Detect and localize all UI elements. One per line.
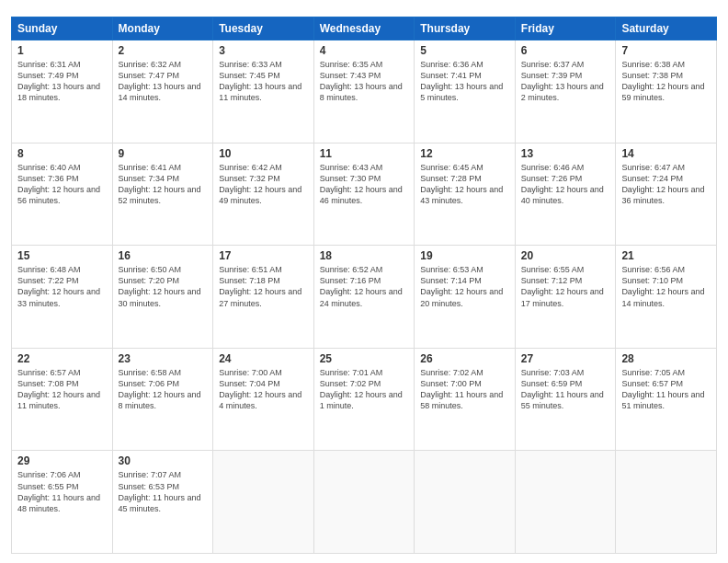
day-number: 10 <box>219 147 308 160</box>
day-number: 23 <box>119 352 208 365</box>
calendar-cell: 7Sunrise: 6:38 AMSunset: 7:38 PMDaylight… <box>616 40 717 144</box>
day-number: 25 <box>320 352 409 365</box>
calendar-cell: 4Sunrise: 6:35 AMSunset: 7:43 PMDaylight… <box>313 40 415 144</box>
calendar-cell: 14Sunrise: 6:47 AMSunset: 7:24 PMDayligh… <box>616 143 717 246</box>
day-number: 1 <box>17 44 107 57</box>
calendar-cell: 24Sunrise: 7:00 AMSunset: 7:04 PMDayligh… <box>213 348 314 451</box>
day-content: Sunrise: 6:38 AMSunset: 7:38 PMDaylight:… <box>621 59 711 104</box>
day-number: 11 <box>320 147 409 160</box>
day-content: Sunrise: 7:01 AMSunset: 7:02 PMDaylight:… <box>320 367 409 412</box>
weekday-monday: Monday <box>112 17 213 40</box>
page: SundayMondayTuesdayWednesdayThursdayFrid… <box>0 0 728 563</box>
day-content: Sunrise: 6:42 AMSunset: 7:32 PMDaylight:… <box>219 162 308 207</box>
day-number: 18 <box>320 249 409 262</box>
day-content: Sunrise: 6:57 AMSunset: 7:08 PMDaylight:… <box>17 367 107 412</box>
calendar-cell: 3Sunrise: 6:33 AMSunset: 7:45 PMDaylight… <box>213 40 314 144</box>
weekday-saturday: Saturday <box>616 17 717 40</box>
day-content: Sunrise: 7:07 AMSunset: 6:53 PMDaylight:… <box>119 469 208 514</box>
calendar-cell: 11Sunrise: 6:43 AMSunset: 7:30 PMDayligh… <box>313 143 415 246</box>
calendar-cell <box>415 451 516 554</box>
calendar-cell: 2Sunrise: 6:32 AMSunset: 7:47 PMDaylight… <box>112 40 213 144</box>
calendar-cell: 22Sunrise: 6:57 AMSunset: 7:08 PMDayligh… <box>12 348 113 451</box>
calendar-cell: 19Sunrise: 6:53 AMSunset: 7:14 PMDayligh… <box>415 246 516 349</box>
day-content: Sunrise: 6:37 AMSunset: 7:39 PMDaylight:… <box>521 59 610 104</box>
calendar-cell: 27Sunrise: 7:03 AMSunset: 6:59 PMDayligh… <box>515 348 616 451</box>
day-content: Sunrise: 6:47 AMSunset: 7:24 PMDaylight:… <box>621 162 711 207</box>
day-number: 2 <box>119 44 208 57</box>
day-content: Sunrise: 6:58 AMSunset: 7:06 PMDaylight:… <box>119 367 208 412</box>
day-content: Sunrise: 7:00 AMSunset: 7:04 PMDaylight:… <box>219 367 308 412</box>
calendar-cell: 23Sunrise: 6:58 AMSunset: 7:06 PMDayligh… <box>112 348 213 451</box>
day-number: 29 <box>17 454 107 467</box>
calendar-cell: 29Sunrise: 7:06 AMSunset: 6:55 PMDayligh… <box>12 451 113 554</box>
day-number: 17 <box>219 249 308 262</box>
calendar-cell: 12Sunrise: 6:45 AMSunset: 7:28 PMDayligh… <box>415 143 516 246</box>
calendar-cell <box>313 451 415 554</box>
calendar-cell: 15Sunrise: 6:48 AMSunset: 7:22 PMDayligh… <box>12 246 113 349</box>
calendar-week-row: 15Sunrise: 6:48 AMSunset: 7:22 PMDayligh… <box>12 246 717 349</box>
day-content: Sunrise: 6:56 AMSunset: 7:10 PMDaylight:… <box>621 264 711 309</box>
day-number: 6 <box>521 44 610 57</box>
calendar-cell: 26Sunrise: 7:02 AMSunset: 7:00 PMDayligh… <box>415 348 516 451</box>
day-number: 19 <box>420 249 509 262</box>
weekday-friday: Friday <box>515 17 616 40</box>
day-number: 12 <box>420 147 509 160</box>
calendar-week-row: 8Sunrise: 6:40 AMSunset: 7:36 PMDaylight… <box>12 143 717 246</box>
day-number: 13 <box>521 147 610 160</box>
day-content: Sunrise: 6:35 AMSunset: 7:43 PMDaylight:… <box>320 59 409 104</box>
calendar-cell: 6Sunrise: 6:37 AMSunset: 7:39 PMDaylight… <box>515 40 616 144</box>
calendar-cell: 16Sunrise: 6:50 AMSunset: 7:20 PMDayligh… <box>112 246 213 349</box>
day-content: Sunrise: 7:06 AMSunset: 6:55 PMDaylight:… <box>17 469 107 514</box>
weekday-sunday: Sunday <box>12 17 113 40</box>
day-number: 7 <box>621 44 711 57</box>
weekday-thursday: Thursday <box>415 17 516 40</box>
calendar-cell: 13Sunrise: 6:46 AMSunset: 7:26 PMDayligh… <box>515 143 616 246</box>
day-number: 28 <box>621 352 711 365</box>
calendar-cell: 1Sunrise: 6:31 AMSunset: 7:49 PMDaylight… <box>12 40 113 144</box>
day-content: Sunrise: 6:46 AMSunset: 7:26 PMDaylight:… <box>521 162 610 207</box>
weekday-tuesday: Tuesday <box>213 17 314 40</box>
day-content: Sunrise: 6:31 AMSunset: 7:49 PMDaylight:… <box>17 59 107 104</box>
calendar-cell: 21Sunrise: 6:56 AMSunset: 7:10 PMDayligh… <box>616 246 717 349</box>
calendar-cell: 17Sunrise: 6:51 AMSunset: 7:18 PMDayligh… <box>213 246 314 349</box>
day-content: Sunrise: 6:51 AMSunset: 7:18 PMDaylight:… <box>219 264 308 309</box>
day-number: 3 <box>219 44 308 57</box>
day-content: Sunrise: 6:43 AMSunset: 7:30 PMDaylight:… <box>320 162 409 207</box>
day-number: 24 <box>219 352 308 365</box>
day-number: 27 <box>521 352 610 365</box>
day-content: Sunrise: 6:32 AMSunset: 7:47 PMDaylight:… <box>119 59 208 104</box>
calendar-cell: 9Sunrise: 6:41 AMSunset: 7:34 PMDaylight… <box>112 143 213 246</box>
day-content: Sunrise: 6:50 AMSunset: 7:20 PMDaylight:… <box>119 264 208 309</box>
calendar-cell <box>213 451 314 554</box>
day-number: 30 <box>119 454 208 467</box>
day-number: 16 <box>119 249 208 262</box>
calendar-header: SundayMondayTuesdayWednesdayThursdayFrid… <box>12 17 717 40</box>
calendar-cell: 5Sunrise: 6:36 AMSunset: 7:41 PMDaylight… <box>415 40 516 144</box>
day-content: Sunrise: 6:53 AMSunset: 7:14 PMDaylight:… <box>420 264 509 309</box>
calendar-cell <box>616 451 717 554</box>
day-number: 26 <box>420 352 509 365</box>
day-content: Sunrise: 6:55 AMSunset: 7:12 PMDaylight:… <box>521 264 610 309</box>
day-number: 15 <box>17 249 107 262</box>
day-content: Sunrise: 7:05 AMSunset: 6:57 PMDaylight:… <box>621 367 711 412</box>
calendar-cell: 18Sunrise: 6:52 AMSunset: 7:16 PMDayligh… <box>313 246 415 349</box>
calendar-cell: 30Sunrise: 7:07 AMSunset: 6:53 PMDayligh… <box>112 451 213 554</box>
calendar-cell: 8Sunrise: 6:40 AMSunset: 7:36 PMDaylight… <box>12 143 113 246</box>
day-content: Sunrise: 7:02 AMSunset: 7:00 PMDaylight:… <box>420 367 509 412</box>
calendar-cell <box>515 451 616 554</box>
day-content: Sunrise: 6:36 AMSunset: 7:41 PMDaylight:… <box>420 59 509 104</box>
day-number: 5 <box>420 44 509 57</box>
day-content: Sunrise: 7:03 AMSunset: 6:59 PMDaylight:… <box>521 367 610 412</box>
calendar-week-row: 29Sunrise: 7:06 AMSunset: 6:55 PMDayligh… <box>12 451 717 554</box>
weekday-wednesday: Wednesday <box>313 17 415 40</box>
weekday-header-row: SundayMondayTuesdayWednesdayThursdayFrid… <box>12 17 717 40</box>
day-number: 21 <box>621 249 711 262</box>
calendar-week-row: 22Sunrise: 6:57 AMSunset: 7:08 PMDayligh… <box>12 348 717 451</box>
calendar-cell: 10Sunrise: 6:42 AMSunset: 7:32 PMDayligh… <box>213 143 314 246</box>
day-number: 20 <box>521 249 610 262</box>
day-number: 9 <box>119 147 208 160</box>
day-content: Sunrise: 6:52 AMSunset: 7:16 PMDaylight:… <box>320 264 409 309</box>
calendar-cell: 20Sunrise: 6:55 AMSunset: 7:12 PMDayligh… <box>515 246 616 349</box>
calendar-body: 1Sunrise: 6:31 AMSunset: 7:49 PMDaylight… <box>12 40 717 554</box>
day-content: Sunrise: 6:41 AMSunset: 7:34 PMDaylight:… <box>119 162 208 207</box>
